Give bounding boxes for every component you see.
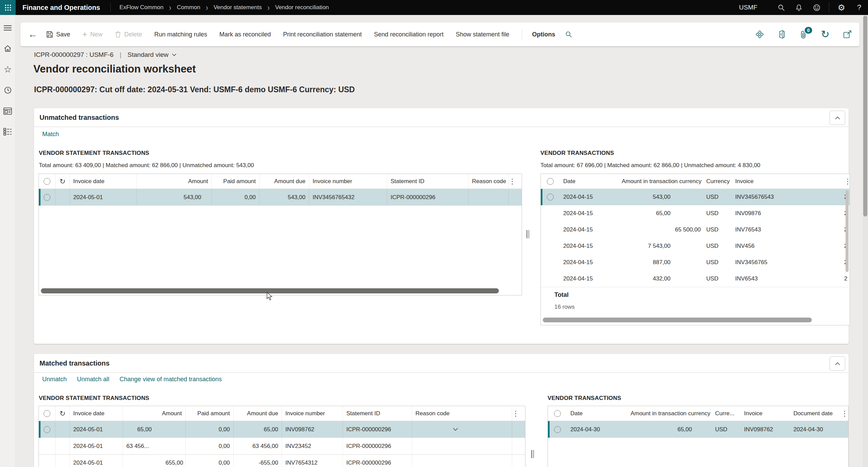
table-row[interactable]: 2024-04-15 65 500,00 USD INV76543 2: [541, 222, 850, 238]
save-button[interactable]: Save: [46, 31, 70, 38]
select-all-radio[interactable]: [554, 410, 561, 417]
trash-icon: [115, 31, 121, 38]
send-reconciliation-report-button[interactable]: Send reconciliation report: [374, 31, 443, 38]
column-header-statement-id[interactable]: Statement ID: [343, 406, 412, 421]
collapse-section-button[interactable]: [830, 356, 845, 371]
column-header-currency[interactable]: Curre...: [712, 410, 741, 417]
collapse-section-button[interactable]: [830, 111, 845, 125]
column-header-document-date[interactable]: Document date: [790, 410, 841, 417]
settings-gear-icon[interactable]: ⚙: [833, 0, 850, 15]
column-header-date[interactable]: Date: [560, 178, 618, 185]
view-selector[interactable]: Standard view: [127, 51, 176, 59]
unmatch-button[interactable]: Unmatch: [42, 376, 67, 383]
print-reconciliation-statement-button[interactable]: Print reconciliation statement: [283, 31, 362, 38]
company-picker[interactable]: USMF: [739, 4, 757, 11]
unmatch-all-button[interactable]: Unmatch all: [77, 376, 109, 383]
cell-reason-code[interactable]: [469, 189, 509, 206]
page-scrollbar-track[interactable]: [863, 15, 868, 467]
column-header-invoice[interactable]: Invoice: [732, 178, 844, 185]
notifications-bell-icon[interactable]: [790, 0, 808, 15]
task-grid-icon[interactable]: [755, 30, 764, 39]
grid-refresh-icon[interactable]: ↻: [56, 174, 70, 189]
column-header-currency[interactable]: Currency: [703, 178, 732, 185]
column-header-invoice-number[interactable]: Invoice number: [309, 174, 387, 189]
options-button[interactable]: Options: [532, 31, 555, 38]
table-row[interactable]: 2024-05-01 63 456... 0,00 63 456,00 INV2…: [39, 438, 525, 454]
row-radio[interactable]: [44, 194, 50, 201]
column-header-reason-code[interactable]: Reason code: [412, 406, 512, 421]
select-all-radio[interactable]: [547, 178, 554, 185]
page-scrollbar-thumb[interactable]: [863, 16, 867, 216]
column-header-amount-due[interactable]: Amount due: [234, 406, 282, 421]
table-row[interactable]: 2024-04-15 65,00 USD INV09876 2: [541, 205, 850, 222]
workspaces-icon[interactable]: [3, 107, 12, 115]
change-view-button[interactable]: Change view of matched transactions: [120, 376, 222, 383]
home-icon[interactable]: [3, 45, 12, 53]
office-apps-icon[interactable]: [778, 30, 786, 39]
table-row[interactable]: 2024-04-15 887,00 USD INV3456765 2: [541, 254, 850, 271]
table-row[interactable]: 2024-04-15 7 543,00 USD INV456 2: [541, 238, 850, 254]
column-header-statement-id[interactable]: Statement ID: [387, 174, 469, 189]
table-row[interactable]: 2024-04-15 432,00 USD INV6543 2: [541, 271, 850, 287]
breadcrumb-item-exflow-common[interactable]: ExFlow Common: [120, 4, 163, 11]
horizontal-scrollbar[interactable]: [543, 318, 812, 322]
grid-more-options-icon[interactable]: ⋮: [841, 409, 848, 418]
app-title[interactable]: Finance and Operations: [22, 4, 100, 12]
back-arrow-icon[interactable]: ←: [28, 30, 37, 39]
modules-list-icon[interactable]: [3, 128, 12, 136]
column-header-paid-amount[interactable]: Paid amount: [212, 174, 259, 189]
open-in-new-window-icon[interactable]: [843, 30, 852, 38]
grid-more-options-icon[interactable]: ⋮: [512, 406, 525, 421]
matched-section-header[interactable]: Matched transactions: [34, 354, 849, 373]
table-row[interactable]: 2024-04-30 65,00 USD INV098762 2024-04-3…: [548, 421, 848, 438]
column-header-invoice-date[interactable]: Invoice date: [70, 406, 123, 421]
column-header-invoice-number[interactable]: Invoice number: [282, 406, 343, 421]
help-icon[interactable]: ?: [850, 0, 868, 15]
breadcrumb-item-common[interactable]: Common: [177, 4, 200, 11]
feedback-smiley-icon[interactable]: [808, 0, 825, 15]
actionbar-search-icon[interactable]: [565, 31, 572, 38]
grid-more-options-icon[interactable]: ⋮: [509, 174, 522, 189]
grid-splitter-handle[interactable]: [531, 450, 534, 458]
table-row[interactable]: 2024-05-01 543,00 0,00 543,00 INV3456765…: [39, 189, 522, 206]
table-row[interactable]: 2024-05-01 65,00 0,00 65,00 INV098762 IC…: [39, 421, 525, 438]
column-header-amount-in-transaction-currency[interactable]: Amount in transaction currency: [627, 410, 712, 417]
column-header-amount-in-transaction-currency[interactable]: Amount in transaction currency: [618, 178, 703, 185]
column-header-amount-due[interactable]: Amount due: [259, 174, 309, 189]
hamburger-menu-icon[interactable]: [4, 24, 12, 32]
record-divider: |: [120, 51, 121, 59]
column-header-paid-amount[interactable]: Paid amount: [186, 406, 234, 421]
show-statement-file-button[interactable]: Show statement file: [456, 31, 509, 38]
table-row[interactable]: 2024-04-15 543,00 USD INV345676543 2: [541, 189, 850, 205]
run-matching-rules-button[interactable]: Run matching rules: [154, 31, 207, 38]
search-icon[interactable]: [772, 0, 790, 15]
column-header-date[interactable]: Date: [567, 410, 627, 417]
select-all-radio[interactable]: [44, 178, 50, 185]
attachments-paperclip-icon[interactable]: 0: [800, 30, 807, 39]
refresh-icon[interactable]: ↻: [821, 29, 830, 39]
table-row[interactable]: 2024-05-01 655,00 0,00 -655,00 INV765431…: [39, 454, 525, 467]
breadcrumb-item-vendor-reconciliation[interactable]: Vendor reconciliation: [275, 4, 329, 11]
recent-clock-icon[interactable]: [4, 86, 12, 94]
grid-more-options-icon[interactable]: ⋮: [844, 177, 850, 186]
cell-reason-code-dropdown[interactable]: [412, 421, 512, 438]
app-launcher-waffle-icon[interactable]: [0, 0, 16, 15]
vertical-scrollbar[interactable]: [846, 190, 849, 272]
column-header-reason-code[interactable]: Reason code: [469, 174, 509, 189]
row-radio[interactable]: [44, 426, 50, 433]
column-header-invoice[interactable]: Invoice: [741, 410, 790, 417]
horizontal-scrollbar[interactable]: [41, 288, 499, 293]
select-all-radio[interactable]: [44, 410, 50, 417]
grid-refresh-icon[interactable]: ↻: [56, 406, 70, 421]
grid-splitter-handle[interactable]: [526, 230, 529, 238]
favorites-star-icon[interactable]: ☆: [3, 65, 12, 74]
column-header-invoice-date[interactable]: Invoice date: [70, 174, 137, 189]
column-header-amount[interactable]: Amount: [123, 406, 186, 421]
column-header-amount[interactable]: Amount: [137, 174, 212, 189]
row-radio[interactable]: [547, 194, 554, 200]
breadcrumb-item-vendor-statements[interactable]: Vendor statements: [214, 4, 262, 11]
unmatched-section-header[interactable]: Unmatched transactions: [34, 108, 849, 127]
mark-as-reconciled-button[interactable]: Mark as reconciled: [219, 31, 271, 38]
row-radio[interactable]: [554, 426, 561, 433]
match-button[interactable]: Match: [42, 131, 59, 138]
